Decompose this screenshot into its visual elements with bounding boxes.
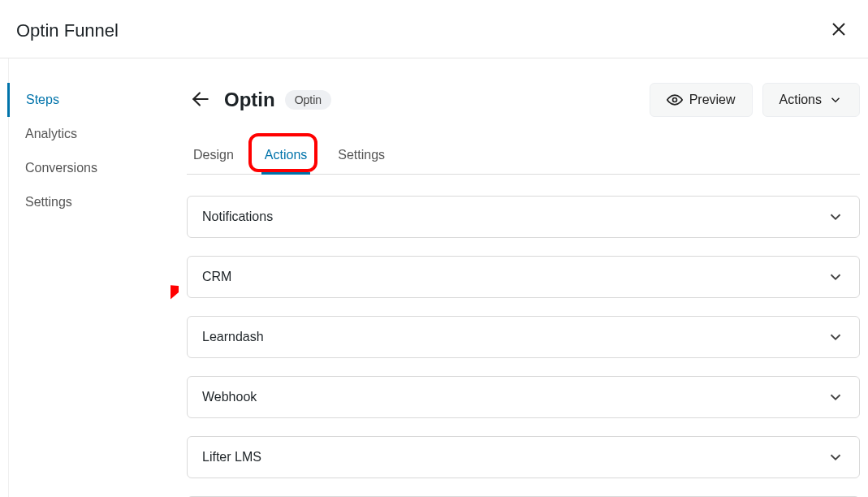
sidebar-item-label: Steps bbox=[26, 93, 59, 106]
tab-label: Design bbox=[193, 148, 234, 162]
chevron-down-icon bbox=[827, 328, 844, 346]
actions-label: Actions bbox=[779, 93, 822, 107]
panel-lifter-lms[interactable]: Lifter LMS bbox=[187, 436, 860, 478]
modal-body: Steps Analytics Conversions Settings Opt… bbox=[0, 58, 868, 497]
modal-title: Optin Funnel bbox=[16, 20, 119, 41]
panel-learndash[interactable]: Learndash bbox=[187, 316, 860, 358]
panel-label: Webhook bbox=[202, 390, 257, 404]
eye-icon bbox=[667, 92, 683, 108]
annotation-arrow bbox=[171, 284, 179, 333]
panel-label: Notifications bbox=[202, 210, 273, 224]
tab-settings[interactable]: Settings bbox=[335, 140, 388, 174]
tab-label: Actions bbox=[265, 148, 307, 162]
sidebar-item-analytics[interactable]: Analytics bbox=[9, 117, 171, 151]
modal-header: Optin Funnel bbox=[0, 0, 868, 58]
close-icon bbox=[829, 19, 849, 39]
tab-label: Settings bbox=[338, 148, 385, 162]
sidebar-item-label: Analytics bbox=[25, 127, 77, 140]
sidebar-item-steps[interactable]: Steps bbox=[7, 83, 171, 117]
preview-label: Preview bbox=[689, 93, 736, 107]
svg-point-3 bbox=[672, 98, 676, 102]
step-type-badge: Optin bbox=[285, 90, 331, 110]
close-button[interactable] bbox=[826, 16, 852, 45]
sidebar-item-conversions[interactable]: Conversions bbox=[9, 151, 171, 185]
actions-dropdown-button[interactable]: Actions bbox=[762, 83, 860, 117]
arrow-left-icon bbox=[190, 89, 211, 110]
panel-label: Learndash bbox=[202, 330, 264, 344]
panel-notifications[interactable]: Notifications bbox=[187, 196, 860, 238]
header-actions: Preview Actions bbox=[650, 83, 860, 117]
content-header: Optin Optin Preview Actions bbox=[187, 83, 860, 117]
page-title: Optin bbox=[224, 89, 275, 111]
tabs: Design Actions Settings bbox=[187, 140, 860, 175]
chevron-down-icon bbox=[828, 93, 843, 107]
panel-webhook[interactable]: Webhook bbox=[187, 376, 860, 418]
chevron-down-icon bbox=[827, 268, 844, 286]
content-area: Optin Optin Preview Actions Design Act bbox=[171, 58, 868, 497]
chevron-down-icon bbox=[827, 388, 844, 406]
sidebar-item-label: Conversions bbox=[25, 161, 97, 175]
panel-label: Lifter LMS bbox=[202, 450, 261, 465]
tab-actions[interactable]: Actions bbox=[261, 140, 310, 174]
back-button[interactable] bbox=[187, 85, 214, 115]
tab-design[interactable]: Design bbox=[190, 140, 237, 174]
sidebar: Steps Analytics Conversions Settings bbox=[8, 58, 171, 497]
preview-button[interactable]: Preview bbox=[650, 83, 753, 117]
chevron-down-icon bbox=[827, 208, 844, 226]
chevron-down-icon bbox=[827, 448, 844, 466]
modal: Optin Funnel Steps Analytics Conversions… bbox=[0, 0, 868, 497]
sidebar-item-label: Settings bbox=[25, 195, 72, 209]
panel-label: CRM bbox=[202, 270, 231, 284]
sidebar-item-settings[interactable]: Settings bbox=[9, 185, 171, 219]
panel-crm[interactable]: CRM bbox=[187, 256, 860, 298]
action-panels: Notifications CRM Learndash Webhook Lift… bbox=[187, 196, 860, 497]
